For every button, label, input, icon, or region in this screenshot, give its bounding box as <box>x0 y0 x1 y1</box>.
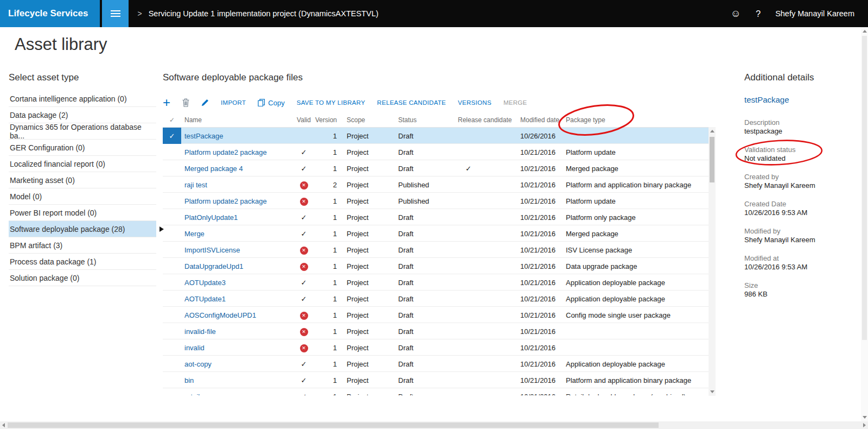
package-name-link[interactable]: ImportISVLicense <box>181 246 292 254</box>
sidebar-item[interactable]: GER Configuration (0) <box>9 140 156 156</box>
table-row[interactable]: Merged package 4 ✓ 1 Project Draft ✓ 10/… <box>163 160 709 176</box>
column-header-name[interactable]: Name <box>181 116 292 124</box>
help-icon[interactable]: ? <box>756 9 761 19</box>
feedback-smiley-icon[interactable]: ☺ <box>731 8 741 20</box>
package-name-link[interactable]: Merge <box>181 230 292 238</box>
row-checkbox[interactable] <box>163 356 181 372</box>
row-checkbox[interactable] <box>163 339 181 356</box>
table-row[interactable]: PlatOnlyUpdate1 ✓ 1 Project Draft 10/21/… <box>163 209 709 225</box>
sidebar-item[interactable]: Localized financial report (0) <box>9 156 156 172</box>
package-name-link[interactable]: DataUpgradeUpd1 <box>181 262 292 270</box>
table-row[interactable]: Merge ✓ 1 Project Draft 10/21/2016 Merge… <box>163 225 709 242</box>
row-checkbox[interactable] <box>163 176 181 193</box>
package-name-link[interactable]: invalid <box>181 344 292 352</box>
package-name-link[interactable]: AOTUpdate3 <box>181 279 292 287</box>
row-checkbox[interactable] <box>163 193 181 209</box>
row-checkbox[interactable] <box>163 242 181 258</box>
edit-pencil-icon[interactable] <box>201 99 209 106</box>
package-name-link[interactable]: aot-copy <box>181 360 292 368</box>
versions-button[interactable]: VERSIONS <box>458 99 492 106</box>
user-name[interactable]: Shefy Manayil Kareem <box>775 9 854 18</box>
table-row[interactable]: AOTUpdate3 ✓ 1 Project Draft 10/21/2016 … <box>163 274 709 291</box>
scroll-right-arrow-icon[interactable] <box>863 423 866 427</box>
row-checkbox[interactable] <box>163 209 181 225</box>
page-vertical-scrollbar[interactable] <box>861 27 868 421</box>
copy-button[interactable]: Copy <box>258 99 284 107</box>
sidebar-item[interactable]: BPM artifact (3) <box>9 237 156 254</box>
scroll-up-arrow-icon[interactable] <box>710 130 714 133</box>
table-row[interactable]: AOTUpdate1 ✓ 1 Project Draft 10/21/2016 … <box>163 291 709 307</box>
column-header-version[interactable]: Version <box>315 116 341 124</box>
row-checkbox[interactable] <box>163 323 181 339</box>
table-row[interactable]: bin ✓ 1 Project Draft 10/21/2016 Platfor… <box>163 372 709 388</box>
horizontal-scrollbar[interactable] <box>0 421 868 429</box>
sidebar-item[interactable]: Data package (2) <box>9 107 156 123</box>
row-checkbox[interactable] <box>163 258 181 274</box>
package-name-link[interactable]: Platform update2 package <box>181 148 292 156</box>
page-scroll-down-arrow-icon[interactable] <box>863 416 867 419</box>
package-name-link[interactable]: AOTUpdate1 <box>181 295 292 303</box>
hamburger-menu-icon[interactable] <box>102 0 129 27</box>
page-scrollbar-thumb[interactable] <box>862 36 867 340</box>
table-row[interactable]: ✓ testPackage 1 Project Draft 10/26/2016 <box>163 128 709 144</box>
row-checkbox[interactable] <box>163 307 181 323</box>
row-checkbox[interactable] <box>163 291 181 307</box>
scroll-left-arrow-icon[interactable] <box>2 423 5 427</box>
sidebar-item[interactable]: Cortana intelligence application (0) <box>9 91 156 107</box>
package-name-link[interactable]: Platform update2 package <box>181 197 292 205</box>
sidebar-item[interactable]: Software deployable package (28) <box>9 221 156 237</box>
column-header-modified-date[interactable]: Modified date <box>515 116 565 124</box>
row-checkbox[interactable] <box>163 388 181 395</box>
table-row[interactable]: ImportISVLicense ✕ 1 Project Draft 10/21… <box>163 242 709 258</box>
column-header-valid[interactable]: Valid <box>292 116 315 124</box>
row-checkbox[interactable] <box>163 160 181 176</box>
sidebar-item[interactable]: Solution package (0) <box>9 270 156 286</box>
sidebar-item[interactable]: Model (0) <box>9 188 156 205</box>
package-name-link[interactable]: retail <box>181 393 292 396</box>
page-scroll-up-arrow-icon[interactable] <box>863 30 867 33</box>
row-checkbox[interactable] <box>163 144 181 160</box>
table-row[interactable]: aot-copy ✓ 1 Project Draft 10/21/2016 Ap… <box>163 356 709 372</box>
merge-button[interactable]: MERGE <box>503 99 527 106</box>
breadcrumb[interactable]: Servicing Update 1 implementation projec… <box>149 9 379 18</box>
table-row[interactable]: invalid ✕ 1 Project Draft 10/21/2016 <box>163 339 709 356</box>
column-header-package-type[interactable]: Package type <box>565 116 709 124</box>
table-row[interactable]: invalid-file ✕ 1 Project Draft 10/21/201… <box>163 323 709 339</box>
column-header-release-candidate[interactable]: Release candidate <box>452 116 515 124</box>
select-all-check-icon[interactable]: ✓ <box>163 116 181 124</box>
table-row[interactable]: retail ✓ 1 Project Draft 10/21/2016 Reta… <box>163 388 709 395</box>
save-to-my-library-button[interactable]: SAVE TO MY LIBRARY <box>297 99 365 106</box>
table-row[interactable]: Platform update2 package ✓ 1 Project Dra… <box>163 144 709 160</box>
scroll-down-arrow-icon[interactable] <box>710 390 714 393</box>
package-name-link[interactable]: PlatOnlyUpdate1 <box>181 213 292 222</box>
release-candidate-button[interactable]: RELEASE CANDIDATE <box>377 99 446 106</box>
row-checkbox[interactable] <box>163 372 181 388</box>
import-button[interactable]: IMPORT <box>221 99 246 106</box>
horizontal-scrollbar-thumb[interactable] <box>8 422 659 428</box>
table-row[interactable]: DataUpgradeUpd1 ✕ 1 Project Draft 10/21/… <box>163 258 709 274</box>
details-package-name-link[interactable]: testPackage <box>744 95 863 104</box>
package-name-link[interactable]: raji test <box>181 181 292 189</box>
package-name-link[interactable]: Merged package 4 <box>181 165 292 173</box>
column-header-scope[interactable]: Scope <box>341 116 393 124</box>
table-scrollbar-thumb[interactable] <box>710 137 714 182</box>
row-checkbox[interactable] <box>163 274 181 291</box>
package-name-link[interactable]: bin <box>181 376 292 384</box>
package-name-link[interactable]: invalid-file <box>181 327 292 336</box>
table-row[interactable]: AOSConfigModeUPD1 ✕ 1 Project Draft 10/2… <box>163 307 709 323</box>
sidebar-item[interactable]: Process data package (1) <box>9 254 156 270</box>
sidebar-item[interactable]: Dynamics 365 for Operations database ba.… <box>9 123 156 140</box>
table-row[interactable]: Platform update2 package ✕ 1 Project Pub… <box>163 193 709 209</box>
sidebar-item[interactable]: Marketing asset (0) <box>9 172 156 188</box>
table-vertical-scrollbar[interactable] <box>709 127 716 396</box>
app-logo[interactable]: Lifecycle Services <box>0 0 100 27</box>
row-checkbox[interactable]: ✓ <box>163 128 181 144</box>
package-name-link[interactable]: AOSConfigModeUPD1 <box>181 311 292 319</box>
add-button[interactable]: + <box>163 97 170 108</box>
row-checkbox[interactable] <box>163 225 181 242</box>
column-header-status[interactable]: Status <box>393 116 452 124</box>
table-row[interactable]: raji test ✕ 2 Project Published 10/21/20… <box>163 176 709 193</box>
delete-trash-icon[interactable] <box>182 98 189 107</box>
sidebar-item[interactable]: Power BI report model (0) <box>9 205 156 221</box>
package-name-link[interactable]: testPackage <box>181 132 292 140</box>
